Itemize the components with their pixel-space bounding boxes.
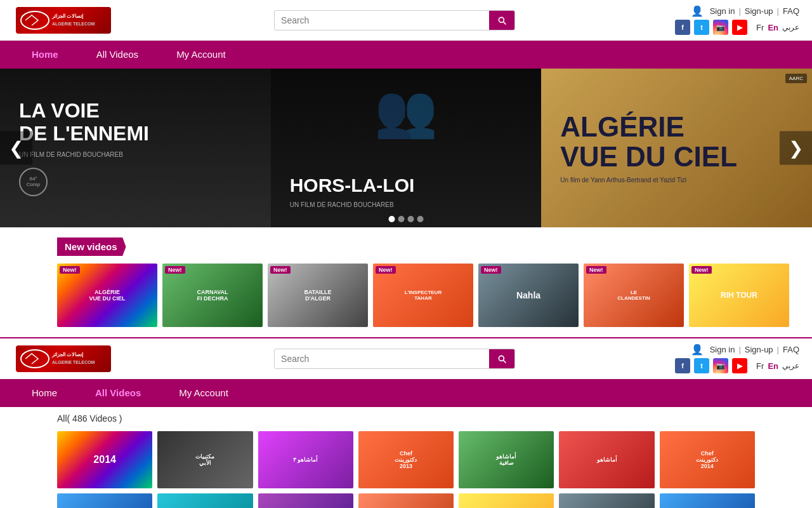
new-badge: New! (270, 266, 291, 274)
video-thumb-13[interactable]: AHA LIL (559, 493, 654, 508)
second-lang-ar[interactable]: عربي (782, 361, 799, 371)
new-video-3[interactable]: BATAILLED'ALGER New! (268, 264, 368, 327)
new-video-1[interactable]: ALGÉRIEVUE DU CIEL New! (57, 264, 157, 327)
new-videos-grid: ALGÉRIEVUE DU CIEL New! CARNAVALFI DECHR… (0, 264, 812, 337)
hero-slide-3: ALGÉRIEVUE DU CIEL Un film de Yann Arthu… (541, 69, 812, 227)
hero-dots (389, 216, 424, 222)
second-logo[interactable]: إتصالات الجزائر ALGERIE TELECOM (13, 344, 114, 373)
instagram-icon[interactable]: 📷 (713, 20, 728, 35)
new-badge: New! (691, 266, 712, 274)
second-language-selector: Fr En عربي (756, 361, 799, 371)
site-logo[interactable]: إتصالات الجزائر ALGERIE TELECOM (13, 6, 114, 34)
second-header: إتصالات الجزائر ALGERIE TELECOM 👤 Sign i… (0, 337, 812, 379)
second-sign-in-link[interactable]: Sign in (710, 345, 735, 354)
auth-links: 👤 Sign in | Sign-up | FAQ (691, 5, 799, 17)
main-nav: Home All Videos My Account (0, 41, 812, 69)
youtube-icon[interactable]: ▶ (732, 20, 747, 35)
new-video-4[interactable]: L'INSPECTEURTAHAR New! (373, 264, 473, 327)
slide2-title: HORS-LA-LOI (290, 175, 523, 196)
new-video-2[interactable]: CARNAVALFI DECHRA New! (162, 264, 263, 327)
svg-point-3 (21, 350, 49, 368)
video-thumb-8[interactable]: Dans le Sensde l'Islam (57, 493, 152, 508)
video-thumb-7[interactable]: Chefدكتورينت2014 (660, 431, 755, 488)
all-videos-section: All( 486 Videos ) 2014 مكتبياتالأبي أماش… (0, 407, 812, 508)
new-videos-label: New videos (65, 241, 117, 252)
second-search-button[interactable] (489, 349, 514, 368)
second-twitter-icon[interactable]: t (694, 358, 709, 373)
video-thumb-12[interactable]: سيراتالحديث 2012 (459, 493, 554, 508)
hero-slider: LA VOIEDE L'ENNEMI UN FILM DE RACHID BOU… (0, 69, 812, 227)
all-videos-count: All( 486 Videos ) (57, 413, 755, 424)
second-top-right: 👤 Sign in | Sign-up | FAQ f t 📷 ▶ Fr En … (675, 344, 799, 373)
video-thumb-9[interactable]: سهراتالمدينة 2015 (157, 493, 252, 508)
top-header: إتصالات الجزائر ALGERIE TELECOM 👤 Sign i… (0, 0, 812, 41)
video-thumb-5[interactable]: أماشاهوصافية (459, 431, 554, 488)
second-social-lang: f t 📷 ▶ Fr En عربي (675, 358, 799, 373)
new-videos-header: New videos (57, 237, 126, 256)
second-youtube-icon[interactable]: ▶ (732, 358, 747, 373)
new-badge: New! (165, 266, 185, 274)
new-badge: New! (586, 266, 606, 274)
hero-dot-3[interactable] (408, 216, 414, 222)
top-right: 👤 Sign in | Sign-up | FAQ f t 📷 ▶ Fr En … (675, 5, 799, 35)
new-video-6[interactable]: LECLANDESTIN New! (584, 264, 684, 327)
second-search-bar (274, 349, 515, 369)
svg-text:إتصالات الجزائر: إتصالات الجزائر (51, 352, 84, 358)
hero-slide-1: LA VOIEDE L'ENNEMI UN FILM DE RACHID BOU… (0, 69, 271, 227)
search-input[interactable] (275, 11, 489, 29)
second-nav-my-account[interactable]: My Account (160, 379, 247, 407)
svg-point-0 (21, 11, 49, 29)
lang-ar[interactable]: عربي (782, 23, 799, 32)
all-videos-grid: 2014 مكتبياتالأبي أماشاهو ٣ Chefدكتورينت… (57, 431, 755, 508)
video-thumb-2[interactable]: مكتبياتالأبي (157, 431, 252, 488)
second-faq-link[interactable]: FAQ (783, 345, 799, 354)
second-instagram-icon[interactable]: 📷 (713, 358, 728, 373)
nav-all-videos[interactable]: All Videos (77, 41, 157, 69)
new-badge: New! (481, 266, 501, 274)
sign-in-link[interactable]: Sign in (710, 6, 735, 16)
slide1-badge: 64°Comp (19, 168, 48, 196)
hero-dot-1[interactable] (389, 216, 395, 222)
second-nav: Home All Videos My Account (0, 379, 812, 407)
second-facebook-icon[interactable]: f (675, 358, 690, 373)
hero-prev-button[interactable]: ❮ (0, 131, 32, 165)
new-badge: New! (376, 266, 396, 274)
lang-fr[interactable]: Fr (756, 23, 764, 32)
sign-up-link[interactable]: Sign-up (745, 6, 773, 16)
hero-dot-4[interactable] (417, 216, 424, 222)
video-thumb-6[interactable]: أماشاهو (559, 431, 654, 488)
second-sign-up-link[interactable]: Sign-up (745, 345, 773, 354)
second-lang-en[interactable]: En (768, 361, 778, 371)
twitter-icon[interactable]: t (694, 20, 709, 35)
new-video-7[interactable]: RIH TOUR New! (689, 264, 789, 327)
new-video-5[interactable]: Nahla New! (478, 264, 579, 327)
second-auth-links: 👤 Sign in | Sign-up | FAQ (691, 344, 799, 356)
facebook-icon[interactable]: f (675, 20, 690, 35)
search-button[interactable] (489, 11, 514, 30)
second-nav-home[interactable]: Home (13, 379, 76, 407)
slide3-badge: AARC (785, 74, 807, 83)
language-selector: Fr En عربي (756, 23, 799, 32)
second-search-input[interactable] (275, 350, 489, 368)
video-thumb-10[interactable]: سهراتبلدينة 2013 (258, 493, 353, 508)
social-lang: f t 📷 ▶ Fr En عربي (675, 20, 799, 35)
slide3-title: ALGÉRIEVUE DU CIEL (560, 112, 793, 171)
hero-slide-2: HORS-LA-LOI UN FILM DE RACHID BOUCHAREB … (271, 69, 542, 227)
second-user-icon: 👤 (691, 344, 704, 356)
hero-next-button[interactable]: ❯ (780, 131, 812, 165)
video-thumb-11[interactable]: ذ لكورينت2014 (358, 493, 454, 508)
slide3-subtitle: Un film de Yann Arthus-Bertrand et Yazid… (560, 177, 793, 184)
video-thumb-3[interactable]: أماشاهو ٣ (258, 431, 353, 488)
second-nav-all-videos[interactable]: All Videos (76, 379, 160, 407)
faq-link[interactable]: FAQ (783, 6, 799, 16)
svg-text:ALGERIE TELECOM: ALGERIE TELECOM (52, 360, 95, 364)
nav-home[interactable]: Home (13, 41, 77, 69)
svg-text:إتصالات الجزائر: إتصالات الجزائر (51, 13, 84, 19)
video-thumb-14[interactable]: ريبة ن (660, 493, 755, 508)
hero-dot-2[interactable] (398, 216, 405, 222)
video-thumb-4[interactable]: Chefدكتورينت2013 (358, 431, 454, 488)
video-thumb-1[interactable]: 2014 (57, 431, 152, 488)
second-lang-fr[interactable]: Fr (756, 361, 764, 371)
lang-en[interactable]: En (768, 23, 778, 32)
nav-my-account[interactable]: My Account (157, 41, 245, 69)
